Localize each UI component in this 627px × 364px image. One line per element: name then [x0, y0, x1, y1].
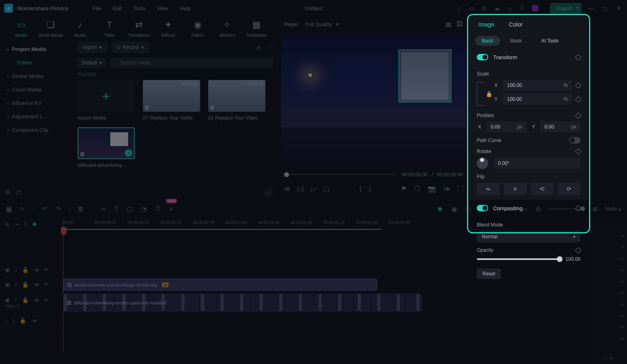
play-icon[interactable]: ▷: [311, 185, 316, 193]
tab-stock-media[interactable]: ❑Stock Media: [36, 20, 65, 38]
clip-overlay[interactable]: 🖼 aerial-shot-new-york-buildings-cloudy-…: [63, 279, 377, 291]
prev-frame-icon[interactable]: ⧏: [283, 185, 290, 193]
undo-icon[interactable]: ↶: [42, 205, 47, 213]
menu-file[interactable]: File: [93, 5, 101, 11]
menu-help[interactable]: Help: [180, 5, 191, 11]
split-icon[interactable]: ✂: [101, 205, 106, 213]
lock-icon[interactable]: 🔓: [22, 297, 29, 303]
transform-toggle[interactable]: [477, 54, 488, 60]
fullscreen-icon[interactable]: ⛶: [457, 185, 464, 193]
lock-icon[interactable]: 🔓: [22, 267, 29, 273]
window-minimize-icon[interactable]: —: [587, 5, 595, 11]
circle-icon[interactable]: ○: [456, 5, 462, 12]
scale-x-input[interactable]: 100.00%: [503, 80, 572, 91]
section-compositing[interactable]: Compositing: [469, 201, 588, 215]
playhead-handle[interactable]: [61, 227, 67, 235]
link-icon[interactable]: ⫘: [14, 221, 20, 227]
inspector-tab-image[interactable]: Image: [478, 21, 494, 32]
mark-out-icon[interactable]: }: [369, 185, 371, 193]
tab-transitions[interactable]: ⇄Transitions: [124, 20, 153, 38]
selected-overlay[interactable]: [398, 49, 451, 102]
mute-icon[interactable]: 🕪: [33, 297, 39, 303]
magnet-icon[interactable]: ⧲: [24, 221, 27, 227]
zoom-in-icon[interactable]: ⊕: [592, 205, 598, 213]
menu-tools[interactable]: Tools: [133, 5, 145, 11]
keyframe-icon[interactable]: [575, 54, 582, 60]
position-x-input[interactable]: 0.00px: [487, 122, 527, 132]
filter-icon[interactable]: ⫼: [256, 44, 262, 51]
eye-icon[interactable]: 👁: [44, 297, 49, 303]
nav-adjustment-layer[interactable]: Adjustment L...: [0, 110, 73, 123]
apps-icon[interactable]: ⠿: [519, 5, 526, 12]
path-curve-toggle[interactable]: [569, 137, 580, 144]
keyframe-icon[interactable]: [575, 82, 582, 89]
meter-toggle[interactable]: Meter ▴: [605, 206, 621, 212]
menu-view[interactable]: View: [157, 5, 168, 11]
subtab-mask[interactable]: Mask: [503, 36, 528, 46]
nav-global-media[interactable]: Global Media: [0, 69, 73, 83]
step-back-icon[interactable]: ▷|: [297, 185, 304, 193]
position-y-input[interactable]: 0.00px: [540, 122, 580, 132]
window-close-icon[interactable]: ✕: [615, 5, 623, 11]
tab-stickers[interactable]: ✧Stickers: [212, 20, 242, 38]
tab-audio[interactable]: ♪Audio: [65, 20, 95, 38]
delete-icon[interactable]: 🗑: [78, 205, 84, 213]
thumb-video-01[interactable]: 00:00:01▦ 01 Replace Your Video: [208, 80, 265, 121]
layout-grid-icon[interactable]: ▦: [445, 20, 451, 28]
copy-icon[interactable]: ⧉: [481, 5, 488, 12]
lock-icon[interactable]: 🔓: [22, 282, 29, 288]
mark-in-icon[interactable]: {: [359, 185, 361, 193]
lock-icon[interactable]: 🔒: [486, 91, 493, 97]
redo-icon[interactable]: ↷: [56, 205, 61, 213]
collapse-nav-icon[interactable]: ‹: [265, 189, 273, 197]
new-folder-icon[interactable]: ⊞: [5, 189, 10, 197]
record-button[interactable]: Record ▾: [112, 42, 149, 53]
reset-button[interactable]: Reset: [477, 269, 501, 279]
rotate-input[interactable]: 0.00°: [494, 158, 580, 169]
avatar-icon[interactable]: [531, 4, 539, 12]
rotate-knob[interactable]: [477, 158, 488, 169]
section-transform[interactable]: Transform: [469, 50, 588, 64]
blend-mode-select[interactable]: Normal: [477, 231, 580, 242]
thumb-billboard[interactable]: ▦✓ billboard-advertising-...: [78, 127, 135, 168]
snapshot-icon[interactable]: 📷: [428, 185, 436, 193]
record-tl-icon[interactable]: ◉: [451, 205, 457, 213]
ai-icon[interactable]: ☻: [436, 205, 443, 213]
volume-icon[interactable]: 🕪: [443, 185, 450, 193]
preview-viewport[interactable]: [281, 33, 466, 168]
marker-icon[interactable]: ⚑: [401, 185, 407, 193]
flip-horizontal-button[interactable]: ⇋: [477, 183, 500, 195]
more-icon[interactable]: ⋯: [267, 44, 273, 51]
text-icon[interactable]: T: [114, 205, 118, 213]
window-maximize-icon[interactable]: ◻: [601, 5, 609, 11]
clip-main-video[interactable]: 🖼 billboard-advertising-empty-space-city…: [63, 293, 422, 312]
eye-icon[interactable]: 👁: [44, 282, 49, 288]
export-button[interactable]: Export: [550, 3, 581, 13]
keyframe-icon[interactable]: [575, 148, 582, 155]
color-icon[interactable]: ◔: [141, 205, 147, 213]
tab-templates[interactable]: ▦Templates: [242, 20, 271, 38]
subtab-ai-tools[interactable]: AI Tools: [535, 36, 565, 46]
folder-icon[interactable]: 🗀: [16, 189, 22, 197]
opacity-slider[interactable]: [477, 258, 560, 260]
speed-icon[interactable]: ⏱NEW: [155, 205, 161, 213]
flip-vertical-button[interactable]: ⤧: [504, 183, 527, 195]
mute-icon[interactable]: 🕪: [33, 267, 39, 273]
keyframe-icon[interactable]: [575, 247, 582, 253]
inspector-tab-color[interactable]: Color: [509, 21, 522, 32]
rotate-cw-button[interactable]: ⟲: [531, 183, 554, 195]
thumb-video-07[interactable]: 00:00:03▦ 07 Replace Your Video: [143, 80, 200, 121]
mute-icon[interactable]: 🕪: [33, 282, 39, 288]
display-icon[interactable]: 🖵: [414, 185, 420, 193]
nav-project-media[interactable]: Project Media: [0, 42, 73, 56]
stop-icon[interactable]: ▢: [323, 185, 329, 193]
import-button[interactable]: Import ▾: [78, 42, 107, 53]
more-tl-icon[interactable]: »: [169, 205, 173, 213]
screen-icon[interactable]: ▭: [468, 5, 475, 12]
player-scrubber[interactable]: [284, 174, 398, 175]
toggle-track-icon[interactable]: ⊞: [5, 221, 9, 227]
mute-icon[interactable]: 🕪: [31, 317, 36, 324]
eye-icon[interactable]: 👁: [44, 267, 49, 273]
menu-edit[interactable]: Edit: [113, 5, 122, 11]
nav-folder[interactable]: Folder: [0, 56, 73, 69]
